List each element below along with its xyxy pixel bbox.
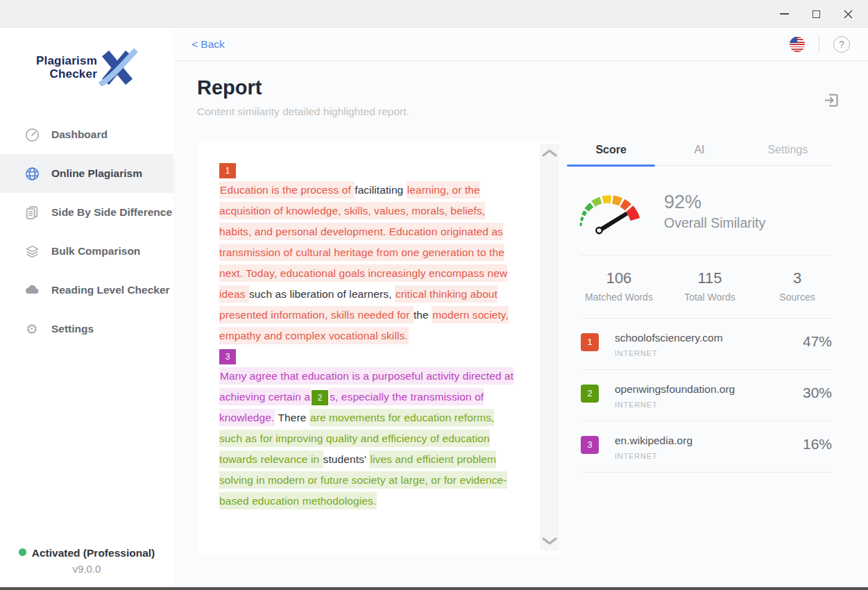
overall-similarity-text: 92% Overall Similarity [664, 192, 765, 231]
overall-percent: 92% [664, 192, 765, 213]
activation-label: Activated (Professional) [32, 547, 155, 559]
main-topbar: < Back ? [173, 28, 868, 61]
source-type: INTERNET [615, 401, 803, 409]
tab-score[interactable]: Score [567, 141, 655, 165]
stat-label: Total Words [657, 292, 763, 303]
stats-row: 106Matched Words115Total Words3Sources [567, 255, 832, 318]
source-badge-1: 1 [581, 333, 599, 351]
documents-icon [24, 204, 40, 221]
window-bottom-edge [0, 587, 868, 590]
sidebar-item-label: Bulk Comparison [51, 245, 140, 258]
export-icon [824, 92, 840, 108]
tab-ai[interactable]: AI [655, 141, 743, 165]
maximize-icon [812, 10, 820, 18]
sidebar-item-label: Reading Level Checker [51, 284, 170, 296]
sidebar-item-bulk-comparison[interactable]: Bulk Comparison [0, 232, 173, 271]
gauge-icon [24, 126, 40, 143]
page-header: Report Content similarity detailed highl… [197, 76, 409, 118]
source-badge-2: 2 [581, 385, 599, 403]
window-controls [768, 0, 864, 28]
sidebar-item-online-plagiarism[interactable]: Online Plagiarism [0, 154, 173, 193]
app-version: v9.0.0 [0, 563, 173, 575]
page-subtitle: Content similarity detailed highlighted … [197, 106, 409, 118]
activation-label-row: Activated (Professional) [0, 547, 173, 559]
layers-icon [24, 243, 40, 260]
app-logo-line1: Plagiarism [36, 54, 97, 67]
sidebar-item-reading-level-checker[interactable]: Reading Level Checker [0, 271, 173, 310]
sidebar-item-label: Online Plagiarism [51, 167, 142, 180]
unmatched-text-run: the [414, 309, 432, 321]
source-row-openwingsfoundation-org[interactable]: 2openwingsfoundation.orgINTERNET30% [581, 370, 832, 421]
cloud-icon [24, 282, 40, 298]
match-badge-2[interactable]: 2 [312, 390, 328, 405]
help-button[interactable]: ? [833, 36, 850, 53]
sidebar-item-label: Dashboard [51, 128, 108, 141]
close-icon [844, 10, 853, 19]
stat-label: Sources [763, 292, 832, 303]
minimize-button[interactable] [768, 0, 800, 28]
scroll-up-icon[interactable] [542, 149, 557, 157]
source-row-en-wikipedia-org[interactable]: 3en.wikipedia.orgINTERNET16% [581, 421, 832, 473]
paragraph-text: Many agree that education is a purposefu… [219, 366, 518, 512]
source-percent: 30% [803, 385, 832, 401]
source-domain: openwingsfoundation.org [615, 383, 803, 396]
sidebar-item-dashboard[interactable]: Dashboard [0, 115, 173, 154]
export-report-button[interactable] [824, 92, 840, 111]
page-title: Report [197, 76, 409, 99]
globe-icon [24, 165, 40, 182]
source-percent: 16% [803, 436, 832, 453]
source-row-schoolofsciencery-com[interactable]: 1schoolofsciencery.comINTERNET47% [581, 319, 832, 370]
overall-similarity-block: 92% Overall Similarity [567, 166, 832, 255]
highlighted-text-run[interactable]: Education is the process of [219, 181, 355, 199]
gear-icon: ⚙ [24, 321, 40, 337]
paragraph-text: Education is the process of facilitating… [219, 180, 518, 346]
sidebar-item-side-by-side-difference[interactable]: Side By Side Difference [0, 193, 173, 232]
sidebar-item-label: Settings [51, 323, 94, 335]
match-badge-3[interactable]: 3 [219, 349, 236, 364]
source-domain: schoolofsciencery.com [615, 332, 803, 344]
topbar-divider [819, 36, 819, 53]
similarity-gauge-icon [572, 184, 653, 238]
stat-total-words: 115Total Words [657, 269, 763, 303]
unmatched-text-run: facilitating [355, 184, 407, 196]
topbar-right: ? [790, 36, 850, 53]
sidebar-item-label: Side By Side Difference [51, 206, 172, 219]
source-info: en.wikipedia.orgINTERNET [615, 435, 803, 460]
match-badge-line: 3 [219, 349, 518, 364]
question-icon: ? [839, 39, 844, 50]
maximize-button[interactable] [800, 0, 832, 28]
scroll-down-icon[interactable] [542, 537, 557, 545]
document-panel: 1Education is the process of facilitatin… [197, 141, 561, 553]
activation-status: Activated (Professional) v9.0.0 [0, 547, 173, 575]
match-badge-line: 1 [219, 163, 518, 178]
source-domain: en.wikipedia.org [615, 435, 803, 447]
content-area: Report Content similarity detailed highl… [173, 61, 868, 587]
match-badge-1[interactable]: 1 [219, 163, 236, 178]
unmatched-text-run: There [275, 412, 309, 423]
source-type: INTERNET [615, 452, 803, 460]
language-flag-button[interactable] [790, 37, 805, 52]
document-scrollbar[interactable] [540, 144, 559, 550]
sidebar: Plagiarism Checker DashboardOnline Plagi… [0, 28, 173, 587]
document-text: 1Education is the process of facilitatin… [197, 141, 561, 512]
document-paragraph: 1Education is the process of facilitatin… [219, 163, 518, 346]
unmatched-text-run: such as liberation of learners, [249, 288, 395, 300]
score-tabs: ScoreAISettings [567, 141, 832, 166]
stat-label: Matched Words [581, 292, 657, 303]
stat-value: 106 [581, 269, 657, 287]
status-dot-icon [19, 548, 26, 556]
document-paragraph: 3Many agree that education is a purposef… [219, 349, 518, 512]
window-titlebar [0, 0, 868, 28]
source-percent: 47% [803, 333, 832, 350]
stat-value: 3 [763, 269, 832, 287]
back-link[interactable]: < Back [192, 38, 225, 51]
sidebar-nav: DashboardOnline PlagiarismSide By Side D… [0, 115, 173, 348]
close-button[interactable] [832, 0, 864, 28]
app-logo-line2: Checker [36, 67, 97, 81]
tab-settings[interactable]: Settings [744, 141, 832, 165]
unmatched-text-run: students' [323, 453, 370, 465]
app-logo-text: Plagiarism Checker [36, 54, 97, 81]
sidebar-item-settings[interactable]: ⚙Settings [0, 310, 173, 348]
app-logo-x-icon [99, 49, 137, 86]
highlighted-text-run[interactable]: learning, or the acquisition of knowledg… [219, 181, 507, 303]
